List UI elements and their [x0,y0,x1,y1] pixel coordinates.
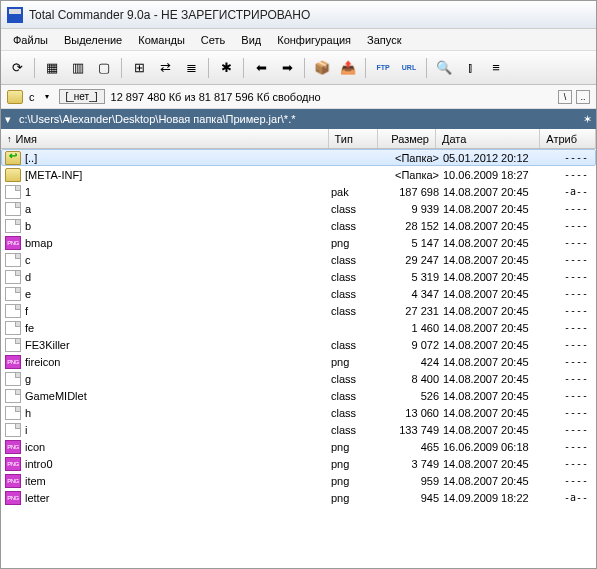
table-row[interactable]: [..]<Папка>05.01.2012 20:12---- [1,149,596,166]
file-date: 14.08.2007 20:45 [439,407,544,419]
file-icon [5,253,21,267]
root-button[interactable]: \ [558,90,572,104]
toolbar-separator [121,58,122,78]
file-attr: ---- [544,203,592,214]
table-row[interactable]: GameMIDletclass52614.08.2007 20:45---- [1,387,596,404]
file-icon [5,202,21,216]
file-size: 3 749 [381,458,439,470]
compare-icon[interactable]: ≣ [179,56,203,80]
search-icon[interactable]: 🔍 [432,56,456,80]
current-path: c:\Users\Alexander\Desktop\Новая папка\П… [19,113,583,125]
file-attr: ---- [544,288,592,299]
multi-rename-icon[interactable]: ⫿ [458,56,482,80]
back-icon[interactable]: ⬅ [249,56,273,80]
file-size: <Папка> [381,152,439,164]
file-type: class [331,220,381,232]
file-attr: ---- [544,475,592,486]
titlebar[interactable]: Total Commander 9.0a - НЕ ЗАРЕГИСТРИРОВА… [1,1,596,29]
header-date[interactable]: Дата [436,129,540,148]
sync-icon[interactable]: ⇄ [153,56,177,80]
pack-icon[interactable]: 📦 [310,56,334,80]
table-row[interactable]: dclass5 31914.08.2007 20:45---- [1,268,596,285]
table-row[interactable]: cclass29 24714.08.2007 20:45---- [1,251,596,268]
table-row[interactable]: itempng95914.08.2007 20:45---- [1,472,596,489]
file-size: 526 [381,390,439,402]
table-row[interactable]: aclass9 93914.08.2007 20:45---- [1,200,596,217]
file-date: 14.08.2007 20:45 [439,220,544,232]
file-type: class [331,254,381,266]
file-name: e [25,288,331,300]
table-row[interactable]: fireiconpng42414.08.2007 20:45---- [1,353,596,370]
drive-letter[interactable]: c [29,91,35,103]
table-row[interactable]: intro0png3 74914.08.2007 20:45---- [1,455,596,472]
favorites-icon[interactable]: ✶ [583,113,592,126]
png-icon [5,440,21,454]
file-size: <Папка> [381,169,439,181]
file-list[interactable]: [..]<Папка>05.01.2012 20:12----[META-INF… [1,149,596,568]
file-icon [5,185,21,199]
unpack-icon[interactable]: 📤 [336,56,360,80]
menu-вид[interactable]: Вид [233,31,269,49]
path-bar[interactable]: ▾ c:\Users\Alexander\Desktop\Новая папка… [1,109,596,129]
table-row[interactable]: [META-INF]<Папка>10.06.2009 18:27---- [1,166,596,183]
file-attr: ---- [544,424,592,435]
drive-none-button[interactable]: [_нет_] [59,89,105,104]
file-size: 27 231 [381,305,439,317]
file-size: 133 749 [381,424,439,436]
drive-dropdown-icon[interactable]: ▾ [41,91,53,103]
menu-сеть[interactable]: Сеть [193,31,233,49]
file-attr: ---- [544,322,592,333]
header-type[interactable]: Тип [329,129,379,148]
menu-конфигурация[interactable]: Конфигурация [269,31,359,49]
file-attr: ---- [544,407,592,418]
invert-icon[interactable]: ✱ [214,56,238,80]
png-icon [5,474,21,488]
table-row[interactable]: 1pak187 69814.08.2007 20:45-a-- [1,183,596,200]
view-full-icon[interactable]: ▥ [66,56,90,80]
file-type: class [331,271,381,283]
table-row[interactable]: iconpng46516.06.2009 06:18---- [1,438,596,455]
forward-icon[interactable]: ➡ [275,56,299,80]
column-headers: ↑Имя Тип Размер Дата Атриб [1,129,596,149]
parent-button[interactable]: .. [576,90,590,104]
table-row[interactable]: bclass28 15214.08.2007 20:45---- [1,217,596,234]
file-name: i [25,424,331,436]
table-row[interactable]: bmappng5 14714.08.2007 20:45---- [1,234,596,251]
file-date: 14.08.2007 20:45 [439,186,544,198]
header-size[interactable]: Размер [378,129,436,148]
menu-файлы[interactable]: Файлы [5,31,56,49]
path-dropdown-icon[interactable]: ▾ [5,113,19,126]
table-row[interactable]: iclass133 74914.08.2007 20:45---- [1,421,596,438]
notepad-icon[interactable]: ≡ [484,56,508,80]
file-date: 14.08.2007 20:45 [439,305,544,317]
file-date: 14.08.2007 20:45 [439,475,544,487]
view-brief-icon[interactable]: ▦ [40,56,64,80]
file-type: png [331,458,381,470]
file-date: 16.06.2009 06:18 [439,441,544,453]
table-row[interactable]: fclass27 23114.08.2007 20:45---- [1,302,596,319]
table-row[interactable]: eclass4 34714.08.2007 20:45---- [1,285,596,302]
table-row[interactable]: letterpng94514.09.2009 18:22-a-- [1,489,596,506]
tree-icon[interactable]: ⊞ [127,56,151,80]
png-icon [5,491,21,505]
menu-команды[interactable]: Команды [130,31,193,49]
app-icon [7,7,23,23]
menu-запуск[interactable]: Запуск [359,31,409,49]
refresh-icon[interactable]: ⟳ [5,56,29,80]
toolbar-separator [243,58,244,78]
table-row[interactable]: hclass13 06014.08.2007 20:45---- [1,404,596,421]
table-row[interactable]: FE3Killerclass9 07214.08.2007 20:45---- [1,336,596,353]
url-icon[interactable]: URL [397,56,421,80]
menu-выделение[interactable]: Выделение [56,31,130,49]
file-icon [5,372,21,386]
file-date: 14.08.2007 20:45 [439,203,544,215]
thumbnails-icon[interactable]: ▢ [92,56,116,80]
header-name[interactable]: ↑Имя [1,129,329,148]
file-date: 14.08.2007 20:45 [439,356,544,368]
file-attr: ---- [544,390,592,401]
ftp-icon[interactable]: FTP [371,56,395,80]
table-row[interactable]: fe1 46014.08.2007 20:45---- [1,319,596,336]
file-type: class [331,288,381,300]
table-row[interactable]: gclass8 40014.08.2007 20:45---- [1,370,596,387]
header-attr[interactable]: Атриб [540,129,596,148]
